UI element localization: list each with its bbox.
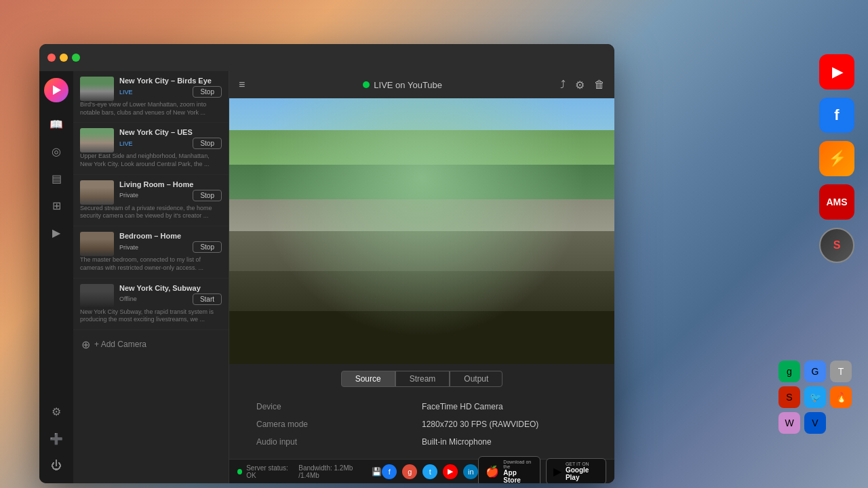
live-status-text: LIVE on YouTube: [374, 80, 442, 90]
video-content: [229, 98, 614, 364]
tab-output[interactable]: Output: [450, 371, 502, 387]
audio-input-label: Audio input: [256, 433, 422, 451]
bottom-panel: Source Stream Output Device FaceTime HD …: [229, 364, 614, 459]
nav-icon-power[interactable]: ⏻: [45, 455, 67, 476]
settings-button[interactable]: ⚙: [575, 79, 585, 92]
camera-thumb-0: [80, 77, 114, 101]
camera-desc-2: Secured stream of a private residence, t…: [80, 205, 222, 220]
camera-status-3: Private: [119, 244, 138, 251]
google-play-sub: GET IT ON: [566, 462, 599, 466]
social-twitter[interactable]: t: [422, 464, 437, 479]
app-store-sub: Download on the: [503, 460, 533, 469]
nav-icon-book[interactable]: 📖: [45, 113, 67, 135]
social-facebook[interactable]: f: [382, 464, 397, 479]
camera-status-0: LIVE: [119, 89, 133, 96]
small-icon-1[interactable]: g: [778, 361, 800, 382]
info-grid: Device FaceTime HD Camera Camera mode 12…: [229, 392, 614, 459]
camera-info-2: Living Room – Home Private Stop: [119, 180, 222, 204]
nav-icon-grid[interactable]: ⊞: [45, 195, 67, 216]
tab-source[interactable]: Source: [341, 371, 395, 387]
social-linkedin[interactable]: in: [463, 464, 478, 479]
live-indicator: LIVE on YouTube: [252, 80, 553, 90]
apple-icon: 🍎: [486, 465, 499, 478]
camera-thumb-1: [80, 128, 114, 152]
ams-desktop-icon[interactable]: AMS: [819, 184, 854, 220]
camera-mode-label: Camera mode: [256, 415, 422, 433]
nav-icon-settings[interactable]: ⚙: [45, 401, 67, 422]
camera-thumb-4: [80, 284, 114, 308]
social-youtube[interactable]: ▶: [443, 464, 458, 479]
close-button[interactable]: [47, 54, 56, 62]
nav-icon-list[interactable]: ▤: [45, 167, 67, 189]
plus-icon: ➕: [50, 432, 63, 445]
camera-status-1: LIVE: [119, 140, 133, 147]
main-content: ≡ LIVE on YouTube ⤴ ⚙ 🗑: [229, 71, 614, 483]
menu-button[interactable]: ≡: [239, 79, 245, 91]
camera-item-2[interactable]: Living Room – Home Private Stop Secured …: [73, 175, 229, 226]
nav-icon-plus[interactable]: ➕: [45, 428, 67, 449]
small-icon-2[interactable]: G: [804, 361, 826, 382]
small-icon-6[interactable]: 🔥: [830, 386, 852, 408]
tab-stream[interactable]: Stream: [395, 371, 450, 387]
lightning-desktop-icon[interactable]: ⚡: [819, 141, 854, 176]
camera-name-4: New York City, Subway: [119, 284, 222, 292]
camera-action-btn-0[interactable]: Stop: [193, 86, 222, 98]
minimize-button[interactable]: [60, 54, 68, 62]
app-window: 📖 ◎ ▤ ⊞ ▶ ⚙ ➕: [39, 44, 614, 483]
camera-action-btn-2[interactable]: Stop: [193, 190, 222, 201]
nav-icon-map[interactable]: ◎: [45, 140, 67, 162]
grid-icon: ⊞: [52, 199, 61, 212]
small-icon-5[interactable]: 🐦: [804, 386, 826, 408]
social-googleplus[interactable]: g: [402, 464, 417, 479]
camera-item-3[interactable]: Bedroom – Home Private Stop The master b…: [73, 226, 229, 278]
device-value: FaceTime HD Camera: [422, 398, 587, 415]
s5-desktop-icon[interactable]: S: [819, 228, 854, 263]
camera-thumb-2: [80, 180, 114, 205]
book-icon: 📖: [50, 118, 63, 131]
camera-desc-1: Upper East Side and neighborhood, Manhat…: [80, 152, 222, 168]
power-icon: ⏻: [51, 460, 62, 472]
share-button[interactable]: ⤴: [560, 79, 566, 92]
app-body: 📖 ◎ ▤ ⊞ ▶ ⚙ ➕: [39, 71, 614, 483]
google-play-icon: ▶: [553, 465, 561, 478]
camera-item-1[interactable]: New York City – UES LIVE Stop Upper East…: [73, 123, 229, 174]
google-play-badge[interactable]: ▶ GET IT ON Google Play: [546, 458, 606, 483]
camera-desc-3: The master bedroom, connected to my list…: [80, 256, 222, 272]
server-status-dot: [237, 469, 242, 474]
small-icon-4[interactable]: S: [778, 386, 800, 408]
camera-name-3: Bedroom – Home: [119, 232, 222, 240]
camera-action-btn-3[interactable]: Stop: [193, 241, 222, 253]
status-bar: Server status: OK Bandwidth: 1.2Mb /1.4M…: [229, 459, 614, 483]
left-nav: 📖 ◎ ▤ ⊞ ▶ ⚙ ➕: [39, 71, 73, 483]
app-store-badge[interactable]: 🍎 Download on the App Store: [478, 456, 540, 484]
camera-desc-0: Bird's-eye view of Lower Manhattan, zoom…: [80, 101, 222, 117]
add-camera-button[interactable]: ⊕ + Add Camera: [73, 330, 229, 359]
nav-icon-video[interactable]: ▶: [45, 222, 67, 243]
facebook-desktop-icon[interactable]: f: [819, 98, 854, 133]
small-icon-8[interactable]: V: [804, 412, 826, 434]
camera-name-1: New York City – UES: [119, 128, 222, 136]
camera-info-4: New York City, Subway Offline Start: [119, 284, 222, 308]
small-icon-3[interactable]: T: [830, 361, 852, 382]
camera-name-0: New York City – Birds Eye: [119, 77, 222, 85]
camera-action-btn-1[interactable]: Stop: [193, 138, 222, 149]
delete-button[interactable]: 🗑: [594, 79, 605, 92]
gear-icon: ⚙: [575, 79, 585, 91]
camera-info-3: Bedroom – Home Private Stop: [119, 232, 222, 256]
app-store-name: App Store: [503, 469, 533, 484]
camera-item-4[interactable]: New York City, Subway Offline Start New …: [73, 279, 229, 330]
plus-circle-icon: ⊕: [81, 338, 90, 351]
hamburger-icon: ≡: [239, 79, 245, 90]
small-icon-7[interactable]: W: [778, 412, 800, 434]
app-logo[interactable]: [44, 78, 68, 102]
camera-action-btn-4[interactable]: Start: [193, 293, 222, 305]
desktop-icons-panel: ▶ f ⚡ AMS S: [819, 54, 854, 263]
header-actions: ⤴ ⚙ 🗑: [560, 79, 605, 92]
camera-name-2: Living Room – Home: [119, 180, 222, 188]
video-preview: [229, 98, 614, 364]
camera-item-0[interactable]: New York City – Birds Eye LIVE Stop Bird…: [73, 71, 229, 123]
settings-icon: ⚙: [52, 405, 61, 418]
youtube-desktop-icon[interactable]: ▶: [819, 54, 854, 89]
maximize-button[interactable]: [72, 54, 80, 62]
social-icons: f g t ▶ in: [382, 464, 478, 479]
